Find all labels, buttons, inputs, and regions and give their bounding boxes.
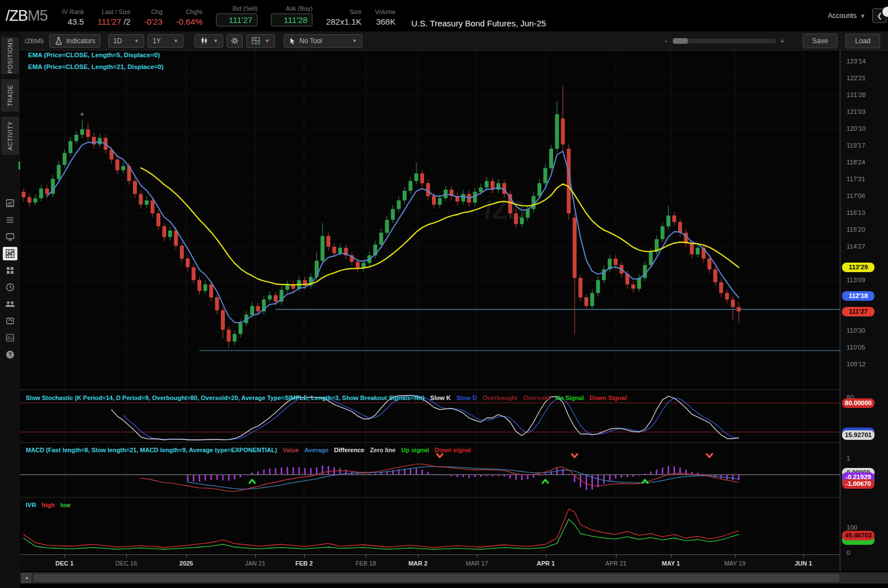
list-icon[interactable] (3, 213, 17, 227)
sidebar-tab-label: TRADE (7, 85, 13, 107)
price-chart-canvas[interactable]: /ZB+ (20, 50, 840, 571)
save-button[interactable]: Save (803, 34, 838, 48)
ema5-study-label[interactable]: EMA (Price=CLOSE, Length=5, Displace=0) (28, 52, 160, 58)
sidebar-tab-positions[interactable]: POSITIONS (1, 37, 19, 74)
macd-title: MACD (Fast length=8, Slow length=21, MAC… (26, 447, 277, 453)
price-axis-label: 117'06 (846, 192, 865, 199)
legend-item-slow-k: Slow K (430, 394, 451, 401)
field-label: Volume (375, 8, 396, 15)
zoom-out-button[interactable]: - (660, 36, 672, 45)
zoom-slider-thumb[interactable] (673, 38, 688, 44)
ivr-header[interactable]: IVRhighlow (26, 502, 71, 508)
community-icon[interactable] (3, 297, 17, 311)
legend-item-up-signal: Up signal (401, 447, 429, 453)
legend-item-zero-line: Zero line (370, 447, 395, 453)
chart-type-dropdown[interactable]: ▼ (195, 34, 223, 48)
trading-app: /ZB M5 IV Rank43.5Last / Size111'27 /2Ch… (0, 0, 888, 588)
time-axis[interactable]: DEC 1DEC 162025JAN 21FEB 2FEB 18MAR 2MAR… (20, 554, 840, 571)
timeframe-dropdown[interactable]: 1D▼ (108, 34, 144, 48)
quote-field-last-size: Last / Size111'27 /2 (98, 8, 131, 26)
zoom-slider-track[interactable] (672, 39, 776, 43)
price-axis-label: 123'14 (846, 58, 866, 65)
time-tick (418, 555, 418, 558)
quote-field-size: Size282x1.1K (326, 8, 361, 26)
chart-settings-button[interactable] (227, 34, 243, 48)
timeframe-value: 1D (113, 37, 122, 45)
axis-bubble: 80.00000 (842, 398, 875, 408)
chevron-down-icon: ▼ (173, 38, 178, 44)
time-tick (616, 555, 616, 558)
field-value: -0'23 (144, 17, 163, 26)
monitor-icon[interactable] (3, 230, 17, 244)
quote-field-iv-rank: IV Rank43.5 (62, 8, 84, 26)
drawing-tool-dropdown[interactable]: No Tool ▼ (284, 34, 362, 48)
quote-field-bid-sell-[interactable]: Bid (Sell)111'27 (216, 5, 257, 26)
tool-label: No Tool (300, 37, 322, 45)
help-icon[interactable]: ? (3, 348, 17, 361)
scroll-left-button[interactable]: ◄ (22, 573, 31, 582)
scrollbar-thumb[interactable] (34, 574, 839, 582)
macd-header[interactable]: MACD (Fast length=8, Slow length=21, MAC… (26, 447, 471, 453)
price-axis[interactable]: 123'14122'21121'28121'03120'10119'17118'… (840, 50, 888, 571)
legend-item-up-signal: Up Signal (555, 394, 584, 401)
toolbar-symbol-label: /ZBM5 (25, 38, 44, 44)
indicators-button[interactable]: Indicators (49, 34, 100, 48)
instrument-description: U.S. Treasury Bond Futures, Jun-25 (411, 19, 546, 28)
price-axis-label: 121'28 (846, 91, 866, 98)
legend-item-high: high (42, 502, 54, 508)
apps-grid-icon[interactable] (3, 264, 17, 277)
chart-toolbar: /ZBM5 Indicators 1D▼ 1Y▼ ▼ ▼ (20, 31, 888, 50)
field-label: Chg (151, 8, 162, 15)
time-tick (186, 555, 187, 558)
price-axis-label: 120'10 (846, 125, 866, 132)
chevron-down-icon: ▼ (265, 38, 270, 44)
ivr-title: IVR (26, 502, 36, 508)
field-label: Chg% (186, 8, 203, 15)
price-axis-label: 113'09 (846, 277, 865, 283)
sidebar-tab-trade[interactable]: TRADE (1, 79, 19, 112)
panel-divider[interactable] (20, 442, 888, 443)
legend-item-down-signal: Down Signal (590, 394, 627, 401)
stochastic-header[interactable]: Slow Stochastic (K Period=14, D Period=9… (26, 394, 627, 401)
svg-text:Fx: Fx (7, 336, 13, 341)
candlestick-icon (200, 36, 209, 45)
field-value: 368K (376, 17, 395, 26)
chart-grid-icon[interactable] (3, 247, 17, 260)
zoom-in-button[interactable]: + (776, 36, 789, 45)
panel-divider[interactable] (20, 389, 888, 390)
ivr-axis-tick: 0 (846, 549, 850, 556)
legend-item-down-signal: Down signal (435, 447, 471, 453)
range-dropdown[interactable]: 1Y▼ (148, 34, 183, 48)
rollover-icon[interactable] (3, 314, 17, 328)
chart-area[interactable]: /ZB+ EMA (Price=CLOSE, Length=5, Displac… (20, 50, 840, 571)
price-axis-label: 110'30 (846, 327, 865, 334)
legend-item-slow-d: Slow D (457, 394, 477, 401)
history-clock-icon[interactable] (3, 281, 17, 294)
chart-layout-dropdown[interactable]: ▼ (246, 34, 275, 48)
legend-item-low: low (61, 502, 71, 508)
quote-fields: IV Rank43.5Last / Size111'27 /2Chg-0'23C… (62, 5, 410, 26)
time-tick (304, 555, 305, 558)
sidebar-tab-activity[interactable]: ACTIVITY (1, 117, 19, 155)
price-axis-label: 110'05 (846, 344, 865, 351)
panel-divider[interactable] (20, 497, 888, 498)
quote-field-ask-buy-[interactable]: Ask (Buy)111'28 (271, 5, 312, 26)
axis-bubble: 45.46703 (842, 531, 875, 540)
sidebar-tab-label: ACTIVITY (7, 121, 13, 150)
chevron-down-icon: ▼ (860, 13, 866, 19)
fx-icon[interactable]: Fx (3, 331, 17, 344)
chevron-down-icon: ▼ (134, 38, 139, 44)
ema21-study-label[interactable]: EMA (Price=CLOSE, Length=21, Displace=0) (28, 63, 163, 70)
time-axis-label: MAY 19 (724, 560, 746, 567)
quote-field-chg-: Chg%-0.64% (176, 8, 203, 26)
horizontal-scrollbar[interactable]: ◄ (20, 572, 888, 584)
load-button[interactable]: Load (845, 34, 880, 48)
field-value: 43.5 (67, 17, 84, 26)
macd-axis-tick: 1 (846, 455, 850, 462)
field-label: Bid (Sell) (233, 5, 258, 12)
legend-item-oversold: Oversold (523, 394, 550, 401)
time-tick (255, 555, 256, 558)
accounts-dropdown[interactable]: Accounts ▼ (828, 12, 866, 20)
axis-bubble: 113'29 (842, 263, 875, 272)
news-chart-icon[interactable] (3, 196, 17, 210)
